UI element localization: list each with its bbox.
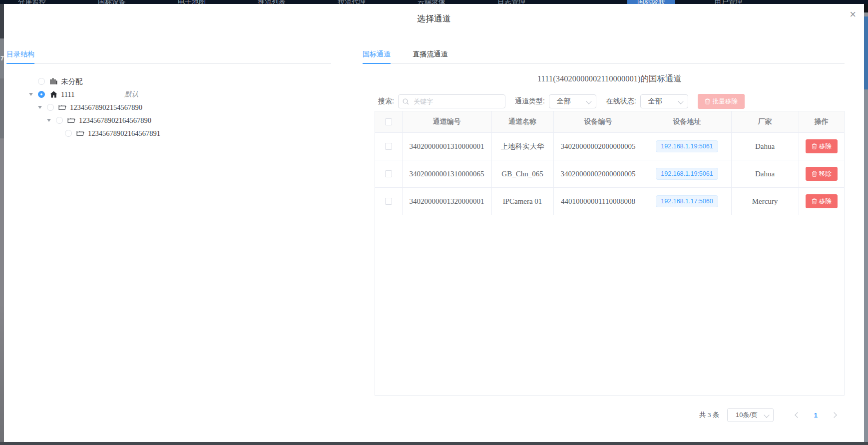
channel-type-value: 全部: [557, 97, 571, 106]
page-number[interactable]: 1: [814, 412, 818, 419]
remove-label: 移除: [819, 170, 832, 178]
nav-item-9[interactable]: 用户管理: [714, 0, 742, 4]
radio-unassigned[interactable]: [38, 78, 45, 85]
search-label: 搜索:: [378, 97, 394, 106]
row-checkbox[interactable]: [385, 170, 392, 177]
nav-item-5[interactable]: 拉流代理: [338, 0, 366, 4]
cell-manufacturer: Dahua: [731, 133, 799, 160]
tree-node-folder-1[interactable]: 12345678902154567890: [4, 101, 329, 114]
panel-heading: 1111(34020000002110000001)的国标通道: [375, 73, 845, 84]
remove-button[interactable]: 移除: [806, 139, 838, 153]
cell-device-id: 44010000001110008008: [553, 188, 643, 215]
page-edge-right: [864, 4, 868, 442]
online-status-value: 全部: [648, 97, 662, 106]
remove-label: 移除: [819, 142, 832, 151]
channel-type-label: 通道类型:: [515, 97, 545, 106]
radio-1111-selected[interactable]: [38, 91, 45, 98]
cell-channel-id: 34020000001310000065: [402, 160, 491, 188]
tree-node-label: 1111: [61, 90, 74, 99]
table-header-row: 通道编号 通道名称 设备编号 设备地址 厂家 操作: [375, 111, 844, 133]
col-action: 操作: [799, 111, 844, 133]
cell-device-id: 34020000002000000005: [553, 160, 643, 188]
remove-button[interactable]: 移除: [806, 167, 838, 181]
trash-icon: [812, 198, 817, 204]
tree-node-label: 12345678902164567891: [88, 129, 160, 138]
default-badge: 默认: [124, 90, 138, 99]
channel-type-select[interactable]: 全部: [549, 94, 596, 108]
nav-item-7[interactable]: 日志管理: [497, 0, 525, 4]
device-address-tag: 192.168.1.19:5061: [656, 140, 718, 152]
remove-button[interactable]: 移除: [806, 194, 838, 208]
select-channel-dialog: 选择通道 × 目录结构 国标通道 直播流通道 未分配 1111 默认: [4, 4, 864, 442]
batch-remove-button[interactable]: 批量移除: [698, 94, 745, 109]
close-icon[interactable]: ×: [850, 9, 856, 20]
trash-icon: [705, 98, 710, 104]
tree-node-label: 12345678902164567890: [79, 116, 151, 125]
radio-folder-3[interactable]: [65, 130, 72, 137]
tree-node-unassigned[interactable]: 未分配: [4, 75, 329, 88]
online-status-label: 在线状态:: [606, 97, 636, 106]
next-page-icon[interactable]: [831, 411, 839, 419]
nav-item-active[interactable]: 国标级联: [627, 0, 675, 4]
pagination: 共 3 条 10条/页 1: [375, 408, 845, 422]
search-icon: [403, 98, 409, 107]
device-address-tag: 192.168.1.19:5061: [656, 168, 718, 180]
batch-remove-label: 批量移除: [713, 97, 738, 106]
remove-label: 移除: [819, 197, 832, 206]
nav-item-1[interactable]: 分屏监控: [18, 0, 46, 4]
nav-item-3[interactable]: 电子地图: [178, 0, 206, 4]
page-size-value: 10条/页: [736, 411, 758, 420]
trash-icon: [812, 171, 817, 177]
nav-item-6[interactable]: 云端录像: [418, 0, 445, 4]
tree-node-folder-3[interactable]: 12345678902164567891: [4, 127, 329, 140]
expand-arrow-icon[interactable]: [29, 93, 38, 96]
col-manufacturer: 厂家: [731, 111, 799, 133]
tab-directory-structure[interactable]: 目录结构: [6, 44, 34, 64]
tree-node-1111[interactable]: 1111 默认: [4, 88, 329, 101]
page-size-select[interactable]: 10条/页: [727, 408, 774, 422]
device-address-tag: 192.168.1.17:5060: [656, 195, 718, 207]
table-row: 34020000001320000001 IPCamera 01 4401000…: [375, 188, 844, 215]
cell-channel-id: 34020000001320000001: [402, 188, 491, 215]
folder-icon: [58, 103, 67, 111]
row-checkbox[interactable]: [385, 143, 392, 150]
nav-item-2[interactable]: 国标设备: [98, 0, 126, 4]
prev-page-icon[interactable]: [793, 411, 801, 419]
page-edge-bottom: [0, 442, 868, 445]
col-device-address: 设备地址: [643, 111, 731, 133]
trash-icon: [812, 143, 817, 149]
expand-arrow-icon[interactable]: [47, 119, 56, 122]
tree-node-label: 12345678902154567890: [70, 103, 142, 112]
row-checkbox[interactable]: [385, 198, 392, 205]
cell-channel-id: 34020000001310000001: [402, 133, 491, 160]
cell-channel-name: GB_Chn_065: [491, 160, 553, 188]
radio-folder-2[interactable]: [56, 117, 63, 124]
tab-stream-channel[interactable]: 直播流通道: [413, 44, 447, 64]
channel-table: 通道编号 通道名称 设备编号 设备地址 厂家 操作 34020000001310…: [375, 111, 845, 396]
expand-arrow-icon[interactable]: [38, 106, 47, 109]
cell-manufacturer: Dahua: [731, 160, 799, 188]
search-input[interactable]: [398, 94, 505, 108]
online-status-select[interactable]: 全部: [640, 94, 688, 108]
select-all-checkbox[interactable]: [385, 118, 392, 125]
radio-folder-1[interactable]: [47, 104, 54, 111]
top-nav-bar: 分屏监控 国标设备 电子地图 推流列表 拉流代理 云端录像 日志管理 国标级联 …: [0, 0, 868, 4]
folder-icon: [67, 116, 76, 124]
nav-item-4[interactable]: 推流列表: [258, 0, 286, 4]
page-edge-left: 7: [0, 4, 4, 442]
cell-device-id: 34020000002000000005: [553, 133, 643, 160]
page-edge-fragment: 7: [0, 55, 4, 62]
directory-tabs: 目录结构: [6, 44, 331, 64]
search-box: [398, 94, 505, 108]
col-device-id: 设备编号: [553, 111, 643, 133]
dialog-title: 选择通道: [4, 13, 864, 24]
tab-gb-channel[interactable]: 国标通道: [363, 44, 391, 64]
cell-channel-name: 上地科实大华: [491, 133, 553, 160]
filter-bar: 搜索: 通道类型: 全部 在线状态: 全部 批量移除: [378, 94, 745, 108]
chevron-down-icon: [764, 412, 770, 418]
folder-icon: [76, 129, 85, 137]
tree-node-folder-2[interactable]: 12345678902164567890: [4, 114, 329, 127]
col-channel-id: 通道编号: [402, 111, 491, 133]
unassigned-icon: [49, 77, 58, 85]
chevron-down-icon: [678, 98, 683, 104]
